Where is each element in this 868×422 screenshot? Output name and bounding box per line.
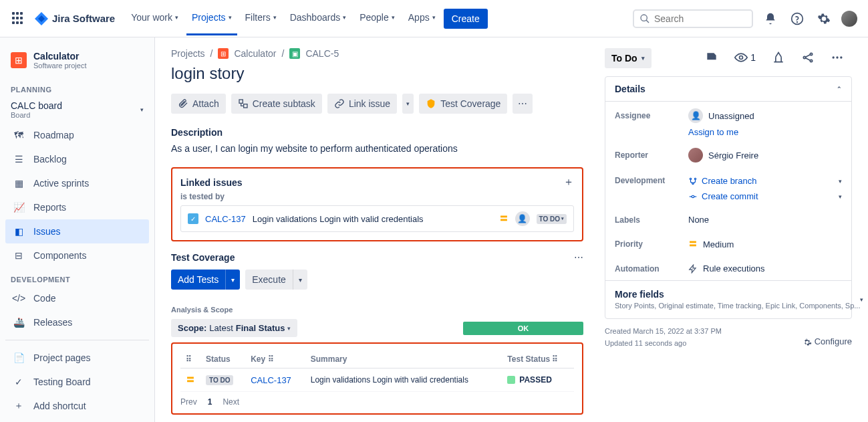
col-summary[interactable]: Summary	[305, 350, 502, 368]
nav-your-work[interactable]: Your work▾	[126, 1, 184, 35]
more-actions-icon[interactable]	[828, 48, 847, 67]
configure-button[interactable]: Configure	[803, 335, 852, 349]
sidebar-releases[interactable]: 🚢Releases	[5, 310, 149, 334]
tc-more-icon[interactable]: ⋯	[574, 252, 583, 263]
svg-point-12	[840, 56, 842, 58]
nav-apps[interactable]: Apps▾	[403, 1, 441, 35]
svg-point-11	[836, 56, 838, 58]
board-selector[interactable]: CALC board Board ▾	[5, 96, 149, 123]
planning-label: PLANNING	[5, 78, 149, 96]
vote-icon[interactable]	[769, 48, 788, 67]
issue-title[interactable]: login story	[171, 64, 583, 83]
row-summary: Login validations Login with valid crede…	[305, 368, 502, 392]
col-status[interactable]: Status	[200, 350, 245, 368]
product-logo[interactable]: Jira Software	[35, 12, 115, 25]
branch-icon	[688, 177, 698, 186]
priority-medium-icon: 〓	[499, 213, 509, 225]
search-input[interactable]	[654, 13, 746, 24]
sidebar: ⊞ Calculator Software project PLANNING C…	[0, 37, 155, 422]
product-name: Jira Software	[52, 13, 115, 24]
sidebar-project-settings[interactable]: ⚙Project settings	[5, 418, 149, 422]
create-commit[interactable]: Create commit	[688, 191, 758, 201]
row-key[interactable]: CALC-137	[251, 375, 291, 385]
subtask-icon	[238, 98, 249, 109]
app-switcher-icon[interactable]	[11, 11, 27, 27]
create-branch[interactable]: Create branch	[688, 176, 756, 186]
description-text[interactable]: As a user, I can login my website to per…	[171, 143, 583, 154]
test-coverage-title: Test Coverage	[171, 252, 235, 263]
svg-point-3	[797, 21, 798, 22]
automation-icon	[688, 264, 698, 274]
add-app-button[interactable]: ⋯	[513, 94, 533, 114]
issue-type-icon: ▣	[289, 48, 300, 59]
linked-status[interactable]: TO DO▾	[537, 214, 567, 224]
search-box[interactable]	[633, 9, 753, 28]
sidebar-code[interactable]: </>Code	[5, 286, 149, 310]
assignee-value[interactable]: 👤Unassigned	[688, 108, 842, 123]
svg-line-9	[806, 58, 811, 60]
sidebar-reports[interactable]: 📈Reports	[5, 195, 149, 219]
sidebar-backlog[interactable]: ☰Backlog	[5, 147, 149, 171]
priority-value[interactable]: 〓Medium	[688, 238, 842, 250]
linked-key[interactable]: CALC-137	[205, 214, 246, 224]
sidebar-components[interactable]: ⊟Components	[5, 243, 149, 268]
sidebar-issues[interactable]: ◧Issues	[5, 219, 149, 243]
test-row[interactable]: 〓 TO DO CALC-137 Login validations Login…	[180, 368, 574, 392]
nav-dashboards[interactable]: Dashboards▾	[285, 1, 352, 35]
labels-value[interactable]: None	[688, 215, 842, 225]
linked-issue-item[interactable]: ✓ CALC-137 Login validations Login with …	[180, 205, 574, 232]
reporter-value[interactable]: Sérgio Freire	[688, 148, 842, 163]
add-linked-issue-icon[interactable]: ＋	[563, 175, 574, 189]
col-test-status[interactable]: Test Status ⠿	[502, 350, 574, 368]
sidebar-project-pages[interactable]: 📄Project pages	[5, 346, 149, 370]
automation-value[interactable]: Rule executions	[688, 263, 842, 274]
test-coverage-button[interactable]: Test Coverage	[419, 94, 507, 114]
execute-button[interactable]: Execute▾	[245, 270, 307, 290]
sidebar-testing-board[interactable]: ✓Testing Board	[5, 370, 149, 394]
notifications-icon[interactable]	[761, 9, 780, 28]
project-type: Software project	[33, 62, 86, 70]
sidebar-roadmap[interactable]: 🗺Roadmap	[5, 123, 149, 147]
breadcrumb-project[interactable]: Calculator	[234, 48, 276, 59]
create-subtask-button[interactable]: Create subtask	[231, 94, 322, 114]
status-button[interactable]: To Do▾	[605, 48, 652, 68]
watch-icon[interactable]: 1	[732, 48, 758, 67]
sidebar-add-shortcut[interactable]: ＋Add shortcut	[5, 394, 149, 418]
labels-label: Labels	[615, 215, 688, 225]
feedback-icon[interactable]	[702, 48, 721, 67]
scope-selector[interactable]: Scope: Latest Final Status ▾	[171, 319, 297, 337]
nav-filters[interactable]: Filters▾	[240, 1, 282, 35]
more-fields[interactable]: More fields Story Points, Original estim…	[605, 280, 851, 318]
pagination-next[interactable]: Next	[223, 397, 239, 407]
breadcrumb-key[interactable]: CALC-5	[305, 48, 339, 59]
commit-icon	[688, 192, 698, 201]
settings-icon[interactable]	[815, 9, 833, 28]
priority-medium-icon: 〓	[688, 238, 698, 250]
svg-point-16	[694, 178, 696, 179]
share-icon[interactable]	[799, 48, 817, 67]
pagination-current: 1	[208, 397, 212, 407]
sidebar-active-sprints[interactable]: ▦Active sprints	[5, 171, 149, 195]
svg-rect-14	[243, 104, 247, 108]
user-avatar[interactable]	[841, 11, 857, 27]
project-name: Calculator	[33, 51, 86, 62]
link-dropdown-button[interactable]: ▾	[402, 94, 414, 114]
attach-button[interactable]: Attach	[171, 94, 226, 114]
help-icon[interactable]	[788, 9, 807, 28]
nav-projects[interactable]: Projects▾	[186, 1, 237, 35]
branch-dropdown[interactable]: ▾	[839, 178, 842, 185]
link-issue-button[interactable]: Link issue	[327, 94, 397, 114]
pagination-prev[interactable]: Prev	[180, 397, 197, 407]
breadcrumb-projects[interactable]: Projects	[171, 48, 205, 59]
svg-line-1	[646, 20, 649, 23]
svg-line-8	[806, 55, 811, 57]
add-tests-button[interactable]: Add Tests▾	[171, 270, 240, 290]
commit-dropdown[interactable]: ▾	[839, 193, 842, 200]
create-button[interactable]: Create	[444, 9, 488, 29]
details-header[interactable]: Details⌃	[605, 77, 851, 102]
svg-point-18	[692, 195, 694, 198]
assign-to-me[interactable]: Assign to me	[605, 127, 851, 137]
nav-people[interactable]: People▾	[354, 1, 400, 35]
col-key[interactable]: Key ⠿	[245, 350, 305, 368]
row-test-status: PASSED	[507, 375, 569, 385]
